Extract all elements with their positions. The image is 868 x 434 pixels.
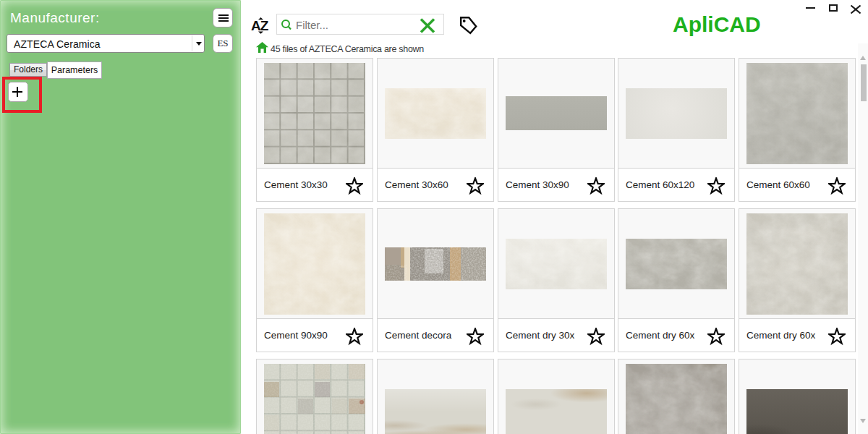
svg-text:AZ: AZ (251, 18, 269, 33)
